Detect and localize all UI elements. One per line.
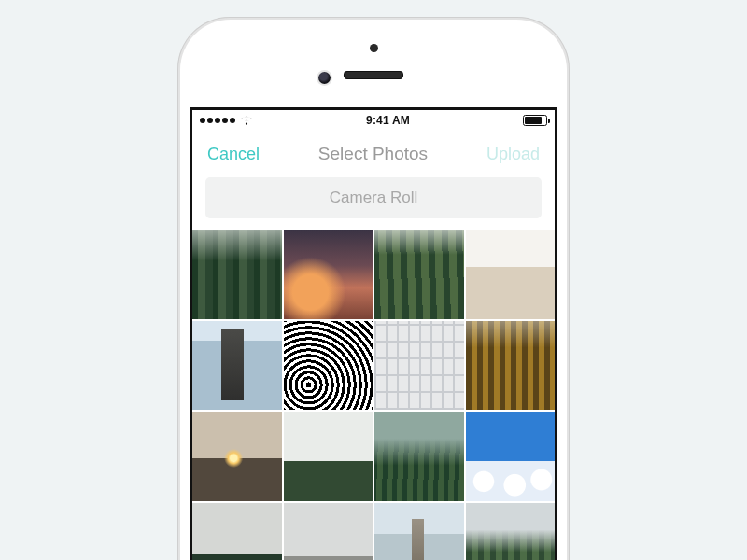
photo-thumb[interactable] [374, 412, 464, 501]
phone-frame: 9:41 AM Cancel Select Photos Upload Came… [177, 17, 570, 560]
upload-button[interactable]: Upload [486, 145, 540, 164]
cancel-button[interactable]: Cancel [207, 145, 260, 164]
photo-thumb[interactable] [192, 230, 282, 319]
earpiece-speaker-icon [344, 71, 403, 79]
proximity-sensor-icon [370, 44, 378, 52]
phone-inner: 9:41 AM Cancel Select Photos Upload Came… [180, 20, 567, 560]
photo-thumb[interactable] [374, 230, 464, 319]
phone-screen: 9:41 AM Cancel Select Photos Upload Came… [190, 107, 557, 560]
photo-thumb[interactable] [466, 230, 556, 319]
photo-thumb[interactable] [284, 321, 374, 411]
wifi-icon [240, 116, 253, 126]
album-selector[interactable]: Camera Roll [205, 177, 542, 218]
status-time: 9:41 AM [366, 114, 410, 127]
cellular-signal-icon [200, 118, 235, 123]
photo-thumb[interactable] [284, 230, 374, 319]
album-selector-label: Camera Roll [330, 189, 417, 206]
photo-thumb[interactable] [284, 412, 374, 501]
photo-thumb[interactable] [284, 503, 374, 561]
photo-thumb[interactable] [192, 412, 282, 501]
photo-thumb[interactable] [466, 412, 556, 501]
phone-sensor-bar [190, 20, 557, 107]
photo-thumb[interactable] [374, 503, 464, 561]
battery-icon [523, 115, 547, 126]
nav-bar: Cancel Select Photos Upload [192, 131, 555, 177]
photo-thumb[interactable] [466, 321, 556, 411]
page-title: Select Photos [318, 144, 428, 164]
front-camera-icon [318, 72, 331, 84]
status-bar: 9:41 AM [192, 110, 555, 131]
photo-thumb[interactable] [192, 321, 282, 411]
photo-thumb[interactable] [374, 321, 464, 411]
photo-thumb[interactable] [466, 503, 556, 561]
photo-thumb[interactable] [192, 503, 282, 561]
status-left [200, 116, 253, 126]
photo-grid [192, 230, 555, 560]
